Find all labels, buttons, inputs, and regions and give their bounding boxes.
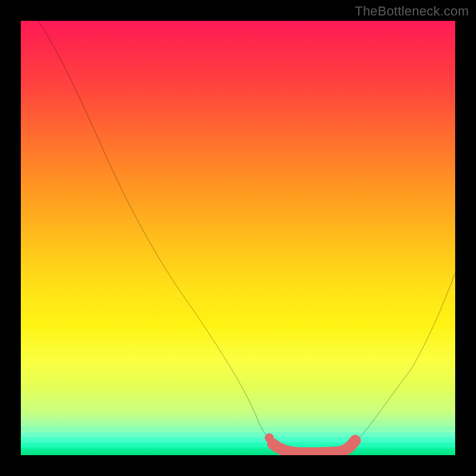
plot-area bbox=[21, 21, 455, 455]
bottleneck-curve-path bbox=[38, 21, 455, 453]
highlight-path bbox=[273, 440, 355, 453]
curve-svg bbox=[21, 21, 455, 455]
chart-container: TheBottleneck.com bbox=[0, 0, 476, 476]
highlight-dot bbox=[265, 433, 274, 442]
watermark-text: TheBottleneck.com bbox=[355, 4, 469, 19]
